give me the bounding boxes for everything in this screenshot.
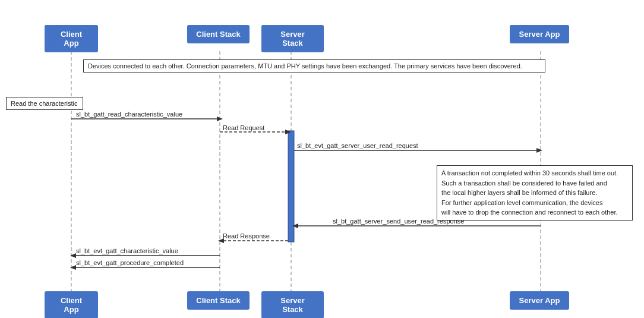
client-app-top: Client App bbox=[45, 25, 98, 52]
svg-marker-19 bbox=[70, 265, 76, 270]
svg-marker-13 bbox=[292, 223, 298, 228]
msg4-label: sl_bt_gatt_server_send_user_read_respons… bbox=[333, 218, 464, 225]
client-stack-bottom: Client Stack bbox=[187, 291, 250, 310]
msg7-label: sl_bt_evt_gatt_procedure_completed bbox=[76, 259, 184, 266]
initial-state-note: Devices connected to each other. Connect… bbox=[83, 59, 545, 73]
timeout-note: A transaction not completed within 30 se… bbox=[437, 165, 633, 221]
svg-marker-9 bbox=[285, 130, 291, 134]
msg6-label: sl_bt_evt_gatt_characteristic_value bbox=[76, 247, 178, 254]
msg5-label: Read Response bbox=[223, 232, 270, 240]
svg-marker-11 bbox=[536, 148, 542, 153]
client-app-bottom: Client App bbox=[45, 291, 98, 318]
server-app-bottom: Server App bbox=[510, 291, 569, 310]
svg-marker-17 bbox=[70, 253, 76, 258]
client-stack-top: Client Stack bbox=[187, 25, 250, 43]
server-stack-bottom: Server Stack bbox=[261, 291, 324, 318]
read-characteristic-note: Read the characteristic bbox=[6, 97, 83, 110]
svg-rect-5 bbox=[288, 131, 294, 242]
msg2-label: Read Request bbox=[223, 124, 264, 131]
sequence-diagram: Client App Client Stack Server Stack Ser… bbox=[0, 0, 644, 318]
server-app-top: Server App bbox=[510, 25, 569, 43]
msg1-label: sl_bt_gatt_read_characteristic_value bbox=[76, 111, 182, 118]
svg-marker-7 bbox=[217, 117, 223, 121]
server-stack-top: Server Stack bbox=[261, 25, 324, 52]
msg3-label: sl_bt_evt_gatt_server_user_read_request bbox=[297, 142, 418, 149]
